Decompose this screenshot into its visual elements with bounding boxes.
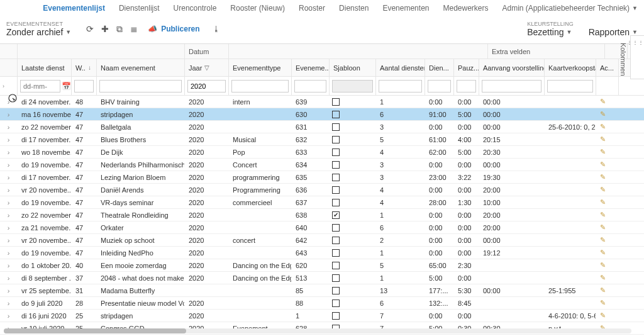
- edit-icon[interactable]: ✎: [600, 186, 606, 194]
- cell-sjabloon[interactable]: [330, 297, 376, 309]
- row-action[interactable]: ✎: [596, 221, 619, 233]
- expand-icon[interactable]: ›: [0, 221, 18, 233]
- checkbox-icon[interactable]: [332, 237, 340, 244]
- nav-evenementen[interactable]: Evenementen: [382, 4, 429, 13]
- cell-sjabloon[interactable]: [330, 234, 376, 246]
- table-row[interactable]: ›vr 25 septembe...31Madama Butterfly8513…: [0, 284, 644, 297]
- table-row[interactable]: ›di 17 november...47Blues Brothers2020Mu…: [0, 133, 644, 146]
- row-action[interactable]: ✎: [596, 209, 619, 221]
- row-action[interactable]: ✎: [596, 133, 619, 145]
- filter-dur[interactable]: [428, 80, 451, 92]
- checkbox-icon[interactable]: [332, 136, 340, 143]
- edit-icon[interactable]: ✎: [600, 135, 606, 143]
- expand-icon[interactable]: ›: [0, 96, 18, 108]
- expand-icon[interactable]: ›: [0, 272, 18, 284]
- checkbox-icon[interactable]: [332, 174, 340, 181]
- col-type[interactable]: Evenementtype: [229, 59, 292, 76]
- cell-sjabloon[interactable]: [330, 121, 376, 133]
- table-row[interactable]: ›do 19 novembe...47Inleiding NedPho20206…: [0, 247, 644, 259]
- checkbox-icon[interactable]: [332, 300, 340, 307]
- expand-icon[interactable]: ›: [0, 284, 18, 296]
- edit-icon[interactable]: ✎: [600, 236, 606, 244]
- edit-icon[interactable]: ✎: [600, 123, 606, 131]
- col-aanvang[interactable]: Aanvang voorstelling: [479, 59, 545, 76]
- checkbox-icon[interactable]: [332, 224, 340, 232]
- checkbox-icon[interactable]: [332, 312, 340, 320]
- expand-icon[interactable]: ›: [0, 209, 18, 221]
- edit-icon[interactable]: ✎: [600, 198, 606, 206]
- expand-icon[interactable]: ›: [0, 133, 18, 145]
- col-week[interactable]: W.. ↓: [72, 59, 97, 76]
- expand-icon[interactable]: ›: [0, 259, 18, 271]
- nav-dienstenlijst[interactable]: Dienstenlijst: [119, 4, 160, 13]
- checkbox-icon[interactable]: [332, 186, 340, 194]
- filter-aantal[interactable]: [379, 80, 422, 92]
- table-row[interactable]: ›ma 16 novembe...47stripdagen2020630691:…: [0, 108, 644, 121]
- row-action[interactable]: ✎: [596, 171, 619, 183]
- edit-icon[interactable]: ✎: [600, 110, 606, 118]
- cell-sjabloon[interactable]: [330, 159, 376, 171]
- table-row[interactable]: ›do 19 novembe...47Nederlands Philharmon…: [0, 159, 644, 171]
- table-row[interactable]: ›vr 20 novembe...47Muziek op schoot2020c…: [0, 234, 644, 247]
- edit-icon[interactable]: ✎: [600, 148, 606, 156]
- edit-icon[interactable]: ✎: [600, 98, 606, 106]
- row-action[interactable]: ✎: [596, 272, 619, 284]
- expand-icon[interactable]: ›: [0, 247, 18, 259]
- cell-sjabloon[interactable]: [330, 108, 376, 120]
- col-dienst-dur[interactable]: Dien...: [425, 59, 454, 76]
- table-row[interactable]: ›do 9 juli 202028Presentatie nieuw model…: [0, 297, 644, 310]
- nav-urencontrole[interactable]: Urencontrole: [174, 4, 217, 13]
- table-row[interactable]: ›vr 20 novembe...47Daniël Arends2020Prog…: [0, 184, 644, 196]
- nav-diensten[interactable]: Diensten: [339, 4, 369, 13]
- row-action[interactable]: ✎: [596, 184, 619, 196]
- checkbox-icon[interactable]: [332, 262, 340, 269]
- col-aantal[interactable]: Aantal diensten: [376, 59, 425, 76]
- evenementenset-selector[interactable]: EVENEMENTENSET Zonder archief ▼: [6, 21, 71, 37]
- copy-icon[interactable]: ⧉: [116, 24, 123, 35]
- checkbox-icon[interactable]: [332, 111, 340, 118]
- checkbox-icon[interactable]: [332, 123, 340, 131]
- edit-icon[interactable]: ✎: [600, 274, 606, 282]
- checkbox-icon[interactable]: [332, 287, 340, 294]
- add-icon[interactable]: ✚: [101, 24, 109, 34]
- horizontal-scrollbar[interactable]: [4, 328, 631, 333]
- col-pauze[interactable]: Pauz...: [454, 59, 479, 76]
- expand-icon[interactable]: ›: [0, 297, 18, 309]
- row-action[interactable]: ✎: [596, 297, 619, 309]
- filter-evnum[interactable]: [294, 80, 326, 92]
- table-row[interactable]: ›zo 22 november...47Theatrale Rondleidin…: [0, 209, 644, 221]
- checkbox-icon[interactable]: [332, 211, 340, 219]
- row-action[interactable]: ✎: [596, 284, 619, 296]
- cell-sjabloon[interactable]: [330, 184, 376, 196]
- row-action[interactable]: ✎: [596, 121, 619, 133]
- filter-year[interactable]: [187, 80, 226, 92]
- cell-sjabloon[interactable]: [330, 259, 376, 271]
- checkbox-icon[interactable]: [332, 199, 340, 206]
- expand-icon[interactable]: ›: [0, 310, 18, 322]
- col-naam[interactable]: Naam evenement: [97, 59, 185, 76]
- row-action[interactable]: ✎: [596, 247, 619, 259]
- filter-name[interactable]: [99, 80, 182, 92]
- table-row[interactable]: ›wo 18 novembe...47De Dijk2020Pop633462:…: [0, 146, 644, 159]
- col-kaart[interactable]: Kaartverkoopstand: [545, 59, 596, 76]
- checkbox-icon[interactable]: [332, 148, 340, 156]
- expand-icon[interactable]: ›: [0, 234, 18, 246]
- filter-date[interactable]: [20, 80, 60, 92]
- col-acties[interactable]: Ac...: [596, 59, 619, 76]
- edit-icon[interactable]: ✎: [600, 311, 606, 320]
- expand-icon[interactable]: ›: [0, 159, 18, 171]
- cell-sjabloon[interactable]: [330, 310, 376, 322]
- refresh-icon[interactable]: ⟳: [86, 24, 94, 34]
- checkbox-icon[interactable]: [332, 98, 340, 106]
- edit-icon[interactable]: ✎: [600, 299, 606, 307]
- nav-medewerkers[interactable]: Medewerkers: [443, 4, 488, 13]
- nav-rooster-nieuw[interactable]: Rooster (Nieuw): [230, 4, 285, 13]
- expand-icon[interactable]: ›: [0, 184, 18, 196]
- row-action[interactable]: ✎: [596, 96, 619, 108]
- cell-sjabloon[interactable]: [330, 171, 376, 183]
- cell-sjabloon[interactable]: [330, 272, 376, 284]
- filter-type[interactable]: [231, 80, 289, 92]
- cell-sjabloon[interactable]: [330, 284, 376, 296]
- table-row[interactable]: ›di 17 november...47Lezing Marion Bloem2…: [0, 171, 644, 184]
- scrollbar-thumb[interactable]: [4, 328, 186, 333]
